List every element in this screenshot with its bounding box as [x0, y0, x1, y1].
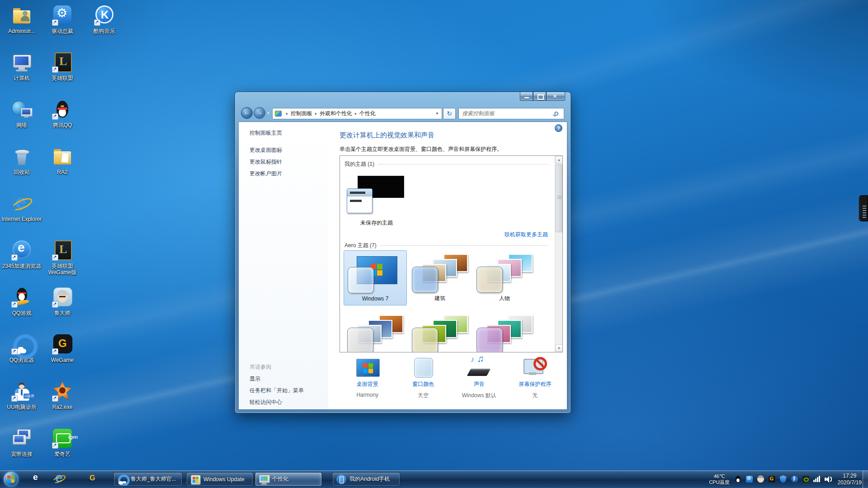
breadcrumb[interactable]: ▸ 控制面板 ▸ 外观和个性化 ▸ 个性化 ▼ — [272, 108, 442, 119]
qq-tray-icon[interactable] — [734, 475, 742, 483]
unsaved-theme-label: 未保存的主题 — [343, 219, 410, 227]
vertical-scrollbar[interactable]: ▲ ▼ — [555, 156, 562, 352]
taskbar-button-windows-update[interactable]: Windows Update — [186, 472, 253, 486]
league-of-legends-icon — [52, 52, 73, 73]
close-button[interactable] — [546, 92, 565, 101]
uu-doctor-icon: U诊所 — [11, 380, 33, 402]
theme-windows7[interactable]: Windows 7 — [344, 250, 407, 305]
breadcrumb-dropdown-icon[interactable]: ▼ — [435, 112, 439, 116]
screensaver-button[interactable]: 屏幕保护程序 无 — [507, 357, 563, 399]
desktop-icon-ra2-folder[interactable]: RA2 — [42, 145, 83, 175]
driver-genius-tray-icon[interactable] — [745, 475, 753, 483]
desktop-icon-broadband[interactable]: 宽带连接 — [1, 427, 42, 457]
maximize-button[interactable] — [533, 92, 546, 101]
window-color-button[interactable]: 窗口颜色 天空 — [396, 357, 452, 399]
desktop-icon-wegame[interactable]: WeGame — [42, 333, 83, 363]
desktop-icon-label: 计算机 — [1, 75, 42, 81]
desktop-icon-label: 英雄联盟WeGame版 — [42, 263, 83, 276]
theme-row2-landscapes[interactable] — [344, 311, 407, 352]
theme-architecture[interactable]: 建筑 — [408, 250, 472, 305]
breadcrumb-separator-icon: ▸ — [355, 112, 357, 116]
desktop-icon-driver-genius[interactable]: 驱动总裁 — [42, 5, 83, 34]
taskbar-button-personalization[interactable]: 个性化 — [255, 472, 322, 486]
desktop-icon-recycle-bin[interactable]: 回收站 — [1, 145, 42, 175]
android-phone-icon — [336, 474, 347, 485]
window-content: 控制面板主页 更改桌面图标 更改鼠标指针 更改帐户图片 另请参阅 显示 任务栏和… — [239, 122, 567, 409]
theme-thumbnail — [347, 314, 403, 352]
get-more-themes-link[interactable]: 联机获取更多主题 — [505, 231, 548, 239]
unsaved-theme-window-icon[interactable] — [347, 188, 373, 213]
desktop-icon-kugou[interactable]: 酷狗音乐 — [84, 5, 125, 34]
forward-button[interactable] — [254, 107, 265, 119]
search-icon[interactable] — [554, 112, 558, 116]
desktop-icon-iqiyi[interactable]: 爱奇艺 — [42, 427, 83, 457]
theme-characters[interactable]: 人物 — [473, 250, 536, 305]
sidebar-item-control-panel-home[interactable]: 控制面板主页 — [250, 129, 282, 137]
scrollbar-thumb[interactable] — [556, 164, 562, 232]
taskbar-button-ludashi-browser[interactable]: 鲁大师_鲁大师官... — [113, 472, 182, 486]
show-desktop-button[interactable] — [863, 470, 868, 488]
nvidia-tray-icon[interactable] — [802, 475, 810, 483]
search-input[interactable]: 搜索控制面板 — [458, 108, 564, 119]
desktop-icon-label: Ra2.exe — [42, 404, 83, 410]
desktop-icon-label: 腾讯QQ — [42, 122, 83, 128]
wegame-tray-icon[interactable] — [768, 475, 776, 483]
refresh-button[interactable] — [443, 108, 456, 119]
minimize-button[interactable] — [520, 92, 533, 101]
quicklaunch-internet-explorer[interactable] — [52, 472, 68, 487]
scroll-down-icon[interactable]: ▼ — [555, 344, 563, 352]
sidebar-item-change-mouse-pointers[interactable]: 更改鼠标指针 — [250, 158, 282, 166]
sidebar-item-display[interactable]: 显示 — [250, 375, 260, 383]
desktop-icon-lol-wegame[interactable]: 英雄联盟WeGame版 — [42, 239, 83, 276]
network-signal-icon[interactable] — [813, 475, 821, 483]
recent-pages-chevron-icon[interactable]: ▾ — [267, 111, 269, 115]
quicklaunch-wegame[interactable] — [86, 472, 101, 487]
desktop-icon-qq-browser[interactable]: QQ浏览器 — [1, 333, 42, 363]
theme-row2-nature[interactable] — [408, 311, 472, 352]
volume-icon[interactable] — [825, 475, 832, 483]
desktop-icon-computer[interactable]: 计算机 — [1, 52, 42, 81]
network-icon — [11, 99, 33, 120]
bluetooth-icon[interactable] — [791, 475, 798, 483]
sounds-button[interactable]: 声音 Windows 默认 — [451, 357, 507, 399]
desktop-icon-qq[interactable]: 腾讯QQ — [42, 99, 83, 128]
edge-handle[interactable] — [859, 195, 868, 221]
desktop-icon-administrator[interactable]: Administr... — [1, 5, 42, 34]
scroll-up-icon[interactable]: ▲ — [555, 156, 563, 164]
taskbar-button-android-phone[interactable]: 我的Android手机 — [332, 472, 400, 486]
sidebar-item-ease-of-access[interactable]: 轻松访问中心 — [250, 399, 282, 406]
ludashi-icon — [52, 286, 73, 308]
sidebar-item-change-account-picture[interactable]: 更改帐户图片 — [250, 170, 282, 178]
shortcut-arrow-icon — [52, 66, 58, 73]
desktop-icon-label: UU电脑诊所 — [1, 404, 42, 410]
sidebar-item-taskbar-start-menu[interactable]: 任务栏和「开始」菜单 — [250, 387, 304, 394]
sounds-icon — [467, 357, 491, 379]
breadcrumb-appearance[interactable]: 外观和个性化 — [320, 110, 352, 117]
breadcrumb-personalization[interactable]: 个性化 — [359, 110, 376, 117]
sidebar-item-change-desktop-icons[interactable]: 更改桌面图标 — [250, 146, 282, 154]
desktop-icon-2345-browser[interactable]: 2345加速浏览器 — [1, 239, 42, 269]
clock[interactable]: 17:29 2020/7/19 — [838, 473, 862, 486]
quicklaunch-2345-browser[interactable] — [29, 472, 44, 487]
desktop-icon-internet-explorer[interactable]: Internet Explorer — [1, 192, 42, 222]
desktop-icon-uu-doctor[interactable]: U诊所 UU电脑诊所 — [1, 380, 42, 410]
page-subtitle: 单击某个主题立即更改桌面背景、窗口颜色、声音和屏幕保护程序。 — [340, 145, 502, 153]
caption-buttons — [520, 92, 565, 101]
desktop-icon-ra2-exe[interactable]: Ra2.exe — [42, 380, 83, 410]
ludashi-tray-icon[interactable] — [757, 475, 764, 483]
theme-row2-scenes[interactable] — [473, 311, 536, 352]
desktop-background-button[interactable]: 桌面背景 Harmony — [340, 357, 396, 399]
pc-manager-tray-icon[interactable] — [779, 475, 787, 483]
personalization-window: ▾ ▸ 控制面板 ▸ 外观和个性化 ▸ 个性化 ▼ 搜索控制面板 控制面板主页 … — [235, 92, 571, 413]
desktop-icon-network[interactable]: 网络 — [1, 99, 42, 128]
league-of-legends-icon — [52, 239, 73, 261]
desktop-icon-lol[interactable]: 英雄联盟 — [42, 52, 83, 81]
desktop-icon-ludashi[interactable]: 鲁大师 — [42, 286, 83, 316]
control-panel-icon — [275, 111, 282, 117]
start-button[interactable] — [4, 472, 19, 487]
cpu-temperature[interactable]: 46℃ CPU温度 — [709, 474, 729, 485]
back-button[interactable] — [241, 107, 253, 119]
breadcrumb-control-panel[interactable]: 控制面板 — [291, 110, 312, 117]
help-icon[interactable]: ? — [555, 124, 562, 132]
desktop-icon-qq-game[interactable]: QQ游戏 — [1, 286, 42, 316]
